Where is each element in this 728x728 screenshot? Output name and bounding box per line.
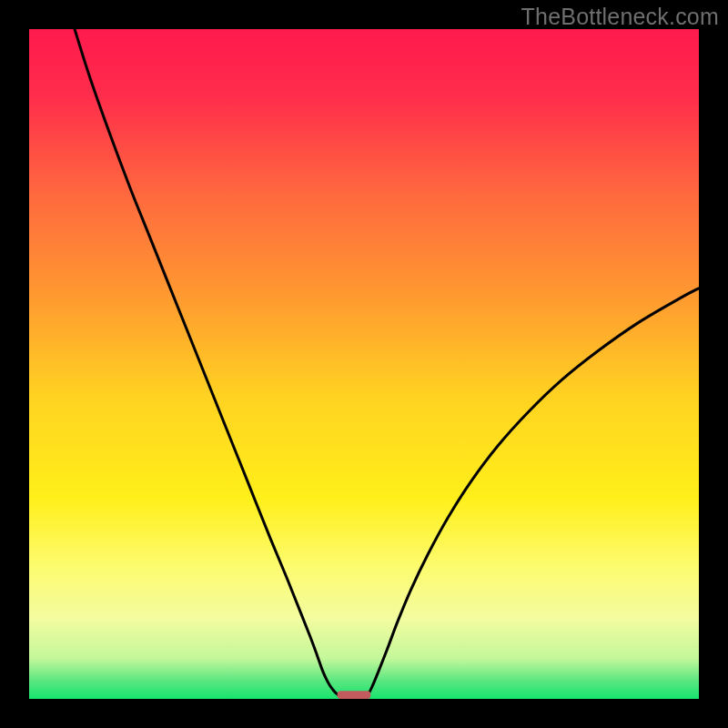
- bottleneck-marker: [338, 691, 371, 699]
- watermark-text: TheBottleneck.com: [521, 4, 719, 30]
- chart-background: [29, 29, 699, 699]
- bottleneck-chart: [29, 29, 699, 699]
- chart-frame: TheBottleneck.com: [0, 0, 728, 728]
